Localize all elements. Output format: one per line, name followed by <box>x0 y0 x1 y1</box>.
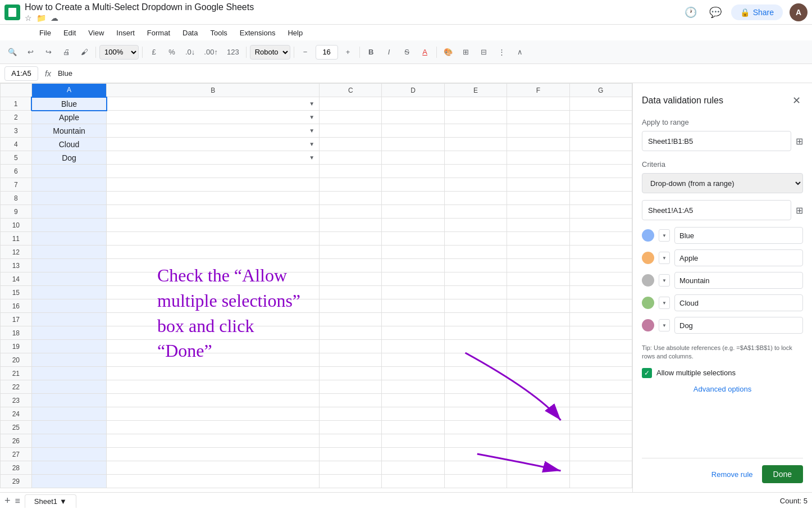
color-dropdown-blue[interactable]: ▼ <box>659 229 670 242</box>
cell-d3[interactable] <box>382 124 444 138</box>
advanced-options-link[interactable]: Advanced options <box>642 385 803 393</box>
cell-e19[interactable] <box>444 340 507 353</box>
cell-g2[interactable] <box>569 111 632 124</box>
cell-e16[interactable] <box>444 299 507 313</box>
cell-c12[interactable] <box>320 246 382 259</box>
cell-c15[interactable] <box>320 286 382 299</box>
cell-a6[interactable] <box>31 165 107 178</box>
cell-f26[interactable] <box>507 434 569 448</box>
color-dropdown-cloud[interactable]: ▼ <box>659 297 670 309</box>
cell-c29[interactable] <box>320 475 382 488</box>
cell-b12[interactable] <box>107 246 320 259</box>
user-avatar[interactable]: A <box>790 3 808 21</box>
cell-g7[interactable] <box>569 178 632 192</box>
cell-b4[interactable]: ▼ <box>107 138 320 151</box>
cell-c17[interactable] <box>320 313 382 326</box>
menu-data[interactable]: Data <box>177 27 203 39</box>
cell-g24[interactable] <box>569 407 632 421</box>
font-size-input[interactable] <box>316 45 338 60</box>
cell-g28[interactable] <box>569 461 632 475</box>
row-header-13[interactable]: 13 <box>1 259 32 272</box>
italic-button[interactable]: I <box>381 44 397 60</box>
cell-d22[interactable] <box>382 380 444 394</box>
cell-c28[interactable] <box>320 461 382 475</box>
search-button[interactable]: 🔍 <box>4 44 20 60</box>
sheet-tab-sheet1[interactable]: Sheet1 ▼ <box>25 494 76 508</box>
row-header-28[interactable]: 28 <box>1 461 32 475</box>
row-header-23[interactable]: 23 <box>1 394 32 407</box>
redo-button[interactable]: ↪ <box>40 44 56 60</box>
col-header-c[interactable]: C <box>320 84 382 97</box>
cell-e23[interactable] <box>444 394 507 407</box>
cell-c13[interactable] <box>320 259 382 272</box>
cell-g25[interactable] <box>569 421 632 434</box>
cell-c25[interactable] <box>320 421 382 434</box>
cell-a7[interactable] <box>31 178 107 192</box>
decrease-decimal-button[interactable]: .0↓ <box>182 44 198 60</box>
cell-c20[interactable] <box>320 353 382 367</box>
cell-a25[interactable] <box>31 421 107 434</box>
row-header-9[interactable]: 9 <box>1 205 32 219</box>
cell-e29[interactable] <box>444 475 507 488</box>
cell-f11[interactable] <box>507 232 569 246</box>
cell-c7[interactable] <box>320 178 382 192</box>
cell-g17[interactable] <box>569 313 632 326</box>
cell-g21[interactable] <box>569 367 632 380</box>
currency-button[interactable]: £ <box>146 44 162 60</box>
cell-d17[interactable] <box>382 313 444 326</box>
cell-b27[interactable] <box>107 448 320 461</box>
cell-b25[interactable] <box>107 421 320 434</box>
cell-b13[interactable] <box>107 259 320 272</box>
item-input-cloud[interactable] <box>674 294 803 311</box>
cell-c2[interactable] <box>320 111 382 124</box>
cell-b18[interactable] <box>107 326 320 340</box>
row-header-11[interactable]: 11 <box>1 232 32 246</box>
cell-a19[interactable] <box>31 340 107 353</box>
merge-button[interactable]: ⊟ <box>476 44 492 60</box>
row-header-18[interactable]: 18 <box>1 326 32 340</box>
cell-b11[interactable] <box>107 232 320 246</box>
row-header-10[interactable]: 10 <box>1 219 32 232</box>
formula-input[interactable] <box>58 69 808 78</box>
cell-d18[interactable] <box>382 326 444 340</box>
cell-c16[interactable] <box>320 299 382 313</box>
cloud-icon[interactable]: ☁ <box>51 13 58 22</box>
cell-f12[interactable] <box>507 246 569 259</box>
cell-g13[interactable] <box>569 259 632 272</box>
dropdown-arrow-b2[interactable]: ▼ <box>309 114 317 120</box>
cell-f5[interactable] <box>507 151 569 165</box>
cell-e15[interactable] <box>444 286 507 299</box>
cell-b16[interactable] <box>107 299 320 313</box>
color-dropdown-apple[interactable]: ▼ <box>659 252 670 264</box>
cell-b14[interactable] <box>107 272 320 286</box>
cell-f17[interactable] <box>507 313 569 326</box>
row-header-16[interactable]: 16 <box>1 299 32 313</box>
cell-b3[interactable]: ▼ <box>107 124 320 138</box>
cell-a9[interactable] <box>31 205 107 219</box>
cell-a12[interactable] <box>31 246 107 259</box>
row-header-15[interactable]: 15 <box>1 286 32 299</box>
cell-e11[interactable] <box>444 232 507 246</box>
row-header-24[interactable]: 24 <box>1 407 32 421</box>
cell-c10[interactable] <box>320 219 382 232</box>
cell-c24[interactable] <box>320 407 382 421</box>
cell-f24[interactable] <box>507 407 569 421</box>
cell-e7[interactable] <box>444 178 507 192</box>
cell-d29[interactable] <box>382 475 444 488</box>
cell-a22[interactable] <box>31 380 107 394</box>
cell-a14[interactable] <box>31 272 107 286</box>
cell-g1[interactable] <box>569 97 632 111</box>
cell-e4[interactable] <box>444 138 507 151</box>
cell-a5[interactable]: Dog <box>31 151 107 165</box>
cell-c21[interactable] <box>320 367 382 380</box>
cell-d6[interactable] <box>382 165 444 178</box>
dropdown-arrow-b4[interactable]: ▼ <box>309 141 317 147</box>
cell-b10[interactable] <box>107 219 320 232</box>
cell-b8[interactable] <box>107 192 320 205</box>
cell-c14[interactable] <box>320 272 382 286</box>
cell-f29[interactable] <box>507 475 569 488</box>
cell-b9[interactable] <box>107 205 320 219</box>
cell-e24[interactable] <box>444 407 507 421</box>
col-header-e[interactable]: E <box>444 84 507 97</box>
cell-f6[interactable] <box>507 165 569 178</box>
